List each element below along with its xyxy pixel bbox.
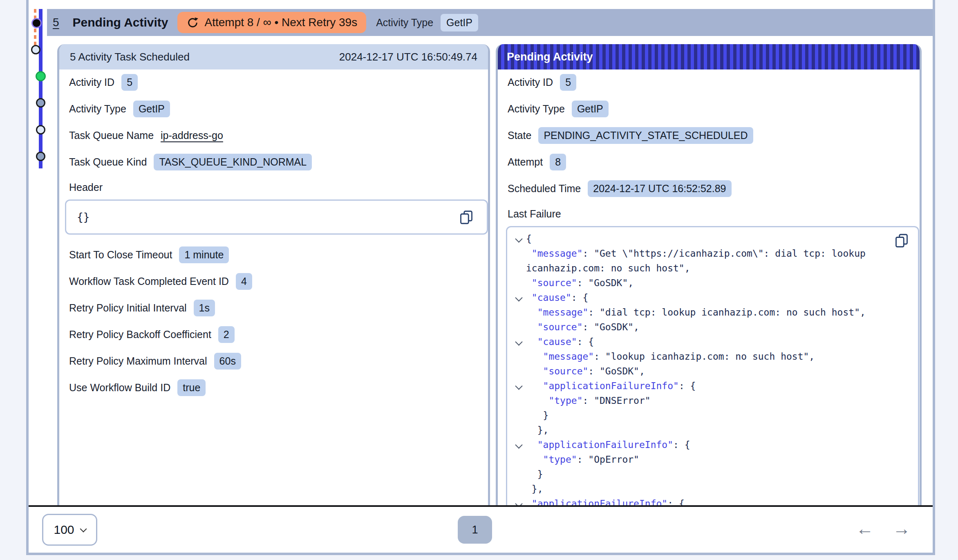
pending-activity-title: Pending Activity xyxy=(507,51,593,63)
field-label: Attempt xyxy=(508,156,543,168)
json-line-text: "source": "GoSDK", xyxy=(526,364,882,379)
field-value-badge: GetIP xyxy=(133,101,170,117)
page-1-button[interactable]: 1 xyxy=(458,516,492,544)
field-activity-type: Activity Type GetIP xyxy=(508,99,910,118)
timeline-line xyxy=(39,9,43,168)
page-size-select[interactable]: 100 xyxy=(42,514,97,546)
json-line: "message": "Get \"https://icanhazip.com\… xyxy=(511,246,882,276)
field-value-badge: 60s xyxy=(214,353,241,370)
chevron-spacer xyxy=(511,482,526,486)
event-id-link[interactable]: 5 xyxy=(53,16,59,29)
retry-icon xyxy=(186,16,199,29)
json-line: }, xyxy=(511,423,882,437)
header-section-label: Header xyxy=(69,179,478,195)
chevron-spacer xyxy=(511,246,526,251)
activity-type-label: Activity Type xyxy=(376,17,433,29)
activity-task-scheduled-panel: 5 Activity Task Scheduled 2024-12-17 UTC… xyxy=(57,44,490,505)
json-line-text: "applicationFailureInfo": { xyxy=(526,496,882,505)
timeline-dot-event-3[interactable] xyxy=(36,152,45,161)
copy-last-failure-button[interactable] xyxy=(894,233,909,248)
last-failure-json-lines: { "message": "Get \"https://icanhazip.co… xyxy=(511,231,882,505)
field-value-badge: 1 minute xyxy=(179,246,229,263)
collapse-chevron-icon[interactable] xyxy=(511,496,526,505)
json-line-text: } xyxy=(526,408,882,423)
chevron-down-icon xyxy=(80,525,87,532)
timeline-dot-current-event[interactable] xyxy=(31,18,42,28)
chevron-spacer xyxy=(511,467,526,472)
chevron-spacer xyxy=(511,393,526,398)
timeline-retry-dashed-line xyxy=(34,9,36,50)
json-line: "cause": { xyxy=(511,290,882,305)
json-line: "source": "GoSDK", xyxy=(511,320,882,334)
last-failure-json-viewer: { "message": "Get \"https://icanhazip.co… xyxy=(506,226,919,505)
field-label: Activity Type xyxy=(508,103,565,115)
chevron-spacer xyxy=(511,349,526,354)
pending-activity-header: Pending Activity xyxy=(498,44,920,69)
timeline-dot-event-1[interactable] xyxy=(36,98,45,108)
field-value-badge: GetIP xyxy=(572,101,609,117)
workflow-history-page: { "topbar": { "event_id": "5", "title": … xyxy=(0,0,958,560)
json-line: "type": "OpError" xyxy=(511,452,882,467)
field-value-badge: 5 xyxy=(121,74,138,91)
collapse-chevron-icon[interactable] xyxy=(511,379,526,389)
json-line: "applicationFailureInfo": { xyxy=(511,437,882,452)
json-line: "cause": { xyxy=(511,334,882,349)
json-line-text: "cause": { xyxy=(526,290,882,305)
field-activity-type: Activity Type GetIP xyxy=(69,99,478,118)
scheduled-panel-header: 5 Activity Task Scheduled 2024-12-17 UTC… xyxy=(59,44,488,69)
field-label: Retry Policy Initial Interval xyxy=(69,302,187,314)
field-label: Workflow Task Completed Event ID xyxy=(69,276,229,287)
chevron-spacer xyxy=(511,320,526,325)
json-line: "type": "DNSError" xyxy=(511,393,882,408)
collapse-chevron-icon[interactable] xyxy=(511,437,526,448)
previous-page-arrow[interactable]: ← xyxy=(856,520,874,538)
json-line-text: "applicationFailureInfo": { xyxy=(526,379,882,393)
field-workflow-task-completed-event-id: Workflow Task Completed Event ID 4 xyxy=(69,272,478,291)
header-payload-value: {} xyxy=(77,211,90,223)
json-line-text: } xyxy=(526,467,882,482)
copy-header-button[interactable] xyxy=(459,210,474,224)
field-value-badge: 5 xyxy=(560,74,576,91)
json-line-text: "source": "GoSDK", xyxy=(526,320,882,334)
json-line-text: { xyxy=(526,231,882,246)
field-value-badge: 2 xyxy=(218,326,235,343)
chevron-spacer xyxy=(511,408,526,413)
last-failure-label: Last Failure xyxy=(508,206,910,222)
json-line-text: "source": "GoSDK", xyxy=(526,276,882,290)
pagination-bar: 100 1 ← → xyxy=(29,507,933,550)
chevron-spacer xyxy=(511,423,526,428)
scheduled-panel-title: 5 Activity Task Scheduled xyxy=(70,51,190,63)
field-label: Activity Type xyxy=(69,103,126,115)
field-retry-policy-backoff-coefficient: Retry Policy Backoff Coefficient 2 xyxy=(69,325,478,344)
field-label: Task Queue Kind xyxy=(69,156,147,168)
pending-activity-panel: Pending Activity Activity ID 5 Activity … xyxy=(496,44,922,505)
field-value-badge: 2024-12-17 UTC 16:52:52.89 xyxy=(588,180,731,197)
timeline-dot-started[interactable] xyxy=(36,71,46,81)
json-line: { xyxy=(511,231,882,246)
task-queue-link[interactable]: ip-address-go xyxy=(161,130,223,141)
field-label: Use Workflow Build ID xyxy=(69,382,170,394)
collapse-chevron-icon[interactable] xyxy=(511,334,526,345)
field-label: Start To Close Timeout xyxy=(69,249,172,261)
json-line: "message": "dial tcp: lookup icanhazip.c… xyxy=(511,305,882,320)
field-start-to-close-timeout: Start To Close Timeout 1 minute xyxy=(69,245,478,264)
timeline-dot-pending[interactable] xyxy=(31,45,40,54)
json-line-text: "applicationFailureInfo": { xyxy=(526,437,882,452)
timeline-dot-event-2[interactable] xyxy=(36,125,45,134)
json-line-text: "type": "DNSError" xyxy=(526,393,882,408)
collapse-chevron-icon[interactable] xyxy=(511,231,526,242)
json-line: }, xyxy=(511,482,882,496)
field-state: State PENDING_ACTIVITY_STATE_SCHEDULED xyxy=(508,126,910,145)
chevron-spacer xyxy=(511,452,526,457)
event-row-pending-activity[interactable]: 5 Pending Activity Attempt 8 / ∞ • Next … xyxy=(47,9,933,36)
field-label: Activity ID xyxy=(508,76,553,88)
collapse-chevron-icon[interactable] xyxy=(511,290,526,300)
next-page-arrow[interactable]: → xyxy=(893,520,911,538)
json-line: } xyxy=(511,467,882,482)
field-label: Retry Policy Maximum Interval xyxy=(69,355,207,367)
field-value-badge: true xyxy=(177,379,206,396)
field-label: Scheduled Time xyxy=(508,183,581,195)
json-line-text: "message": "Get \"https://icanhazip.com\… xyxy=(526,246,882,276)
json-line-text: "message": "lookup icanhazip.com: no suc… xyxy=(526,349,882,364)
json-line-text: "message": "dial tcp: lookup icanhazip.c… xyxy=(526,305,882,320)
